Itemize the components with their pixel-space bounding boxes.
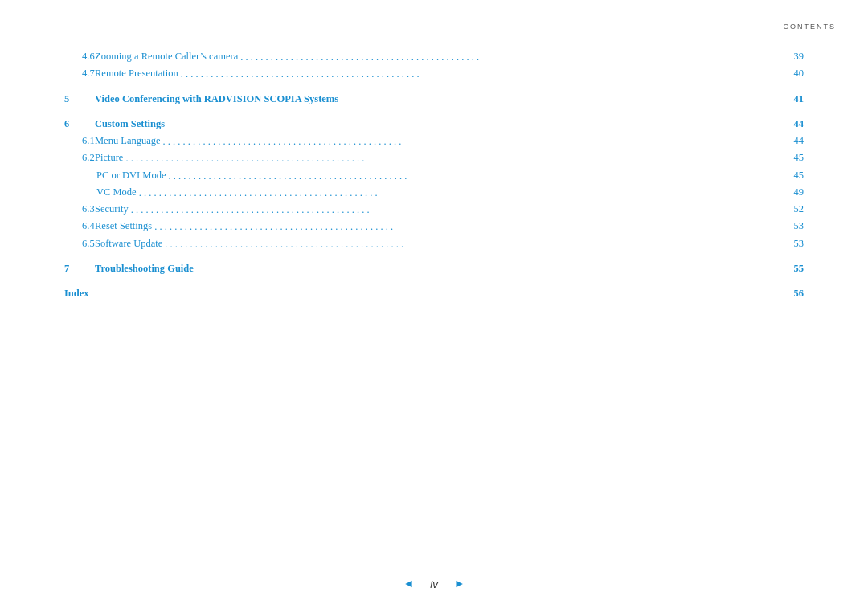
toc-entry-num: 6.3 xyxy=(64,201,95,218)
toc-row[interactable]: 6.1Menu Language . . . . . . . . . . . .… xyxy=(64,133,804,149)
toc-entry-page: 44 xyxy=(780,133,804,149)
toc-entry-title: Software Update xyxy=(95,235,162,252)
toc-row[interactable]: 6Custom Settings44 xyxy=(64,116,804,133)
toc-entry-dots: . . . . . . . . . . . . . . . . . . . . … xyxy=(139,185,777,202)
toc-entry-title: Security xyxy=(95,201,129,218)
toc-entry-dots: . . . . . . . . . . . . . . . . . . . . … xyxy=(181,66,777,83)
toc-entry-page: 41 xyxy=(780,91,804,108)
toc-entry-num: 7 xyxy=(64,260,95,277)
toc-entry-page: 52 xyxy=(780,201,804,218)
toc-entry-page: 53 xyxy=(780,218,804,235)
toc-row[interactable]: 6.5Software Update . . . . . . . . . . .… xyxy=(64,235,804,252)
toc-spacer xyxy=(64,108,804,116)
toc-list: 4.6Zooming a Remote Caller’s camera . . … xyxy=(64,48,804,302)
toc-entry-dots: . . . . . . . . . . . . . . . . . . . . … xyxy=(131,202,777,219)
toc-entry-dots: . . . . . . . . . . . . . . . . . . . . … xyxy=(168,168,777,185)
toc-entry-title: Reset Settings xyxy=(95,218,152,235)
toc-entry-page: 44 xyxy=(780,116,804,133)
toc-row[interactable]: 6.3Security . . . . . . . . . . . . . . … xyxy=(64,201,804,218)
toc-row[interactable]: 7Troubleshooting Guide55 xyxy=(64,260,804,277)
toc-row[interactable]: 4.7Remote Presentation . . . . . . . . .… xyxy=(64,65,804,82)
toc-entry-page: 40 xyxy=(780,65,804,82)
toc-entry-page: 55 xyxy=(780,260,804,277)
toc-spacer xyxy=(64,83,804,91)
toc-entry-title: Picture xyxy=(95,149,123,166)
toc-entry-dots: . . . . . . . . . . . . . . . . . . . . … xyxy=(165,236,777,253)
toc-spacer xyxy=(64,252,804,260)
toc-entry-num: 4.7 xyxy=(64,65,95,82)
toc-row[interactable]: 4.6Zooming a Remote Caller’s camera . . … xyxy=(64,48,804,65)
prev-page-button[interactable]: ◄ xyxy=(403,578,414,591)
page-number: iv xyxy=(430,578,437,591)
contents-label: CONTENTS xyxy=(784,22,837,31)
page-footer: ◄ iv ► xyxy=(0,578,868,591)
toc-entry-dots: . . . . . . . . . . . . . . . . . . . . … xyxy=(154,219,777,235)
toc-row[interactable]: 6.4Reset Settings . . . . . . . . . . . … xyxy=(64,218,804,235)
next-page-button[interactable]: ► xyxy=(454,578,465,591)
toc-entry-dots: . . . . . . . . . . . . . . . . . . . . … xyxy=(240,49,777,66)
toc-row[interactable]: PC or DVI Mode . . . . . . . . . . . . .… xyxy=(64,167,804,184)
toc-row[interactable]: VC Mode . . . . . . . . . . . . . . . . … xyxy=(64,184,804,201)
toc-entry-page: 45 xyxy=(780,149,804,166)
toc-entry-title: Menu Language xyxy=(95,133,161,149)
toc-row[interactable]: 6.2Picture . . . . . . . . . . . . . . .… xyxy=(64,149,804,166)
toc-entry-num: 6 xyxy=(64,116,95,133)
toc-entry-num: 5 xyxy=(64,91,95,108)
toc-entry-num: 6.5 xyxy=(64,235,95,252)
toc-entry-title: PC or DVI Mode xyxy=(96,167,166,184)
toc-entry-page: 39 xyxy=(780,48,804,65)
toc-entry-title: Custom Settings xyxy=(95,116,165,133)
toc-entry-title: Troubleshooting Guide xyxy=(95,260,194,277)
toc-entry-num: 4.6 xyxy=(64,48,95,65)
toc-entry-page: 49 xyxy=(780,184,804,201)
toc-entry-num: 6.1 xyxy=(64,133,95,149)
toc-entry-page: 45 xyxy=(780,167,804,184)
toc-row[interactable]: 5Video Conferencing with RADVISION SCOPI… xyxy=(64,91,804,108)
toc-entry-page: 56 xyxy=(780,285,804,302)
toc-container: 4.6Zooming a Remote Caller’s camera . . … xyxy=(64,48,804,302)
toc-entry-title: VC Mode xyxy=(96,184,137,201)
toc-row[interactable]: Index56 xyxy=(64,285,804,302)
toc-entry-num: 6.4 xyxy=(64,218,95,235)
toc-entry-dots: . . . . . . . . . . . . . . . . . . . . … xyxy=(163,133,777,150)
toc-entry-dots: . . . . . . . . . . . . . . . . . . . . … xyxy=(125,150,777,167)
toc-entry-title: Remote Presentation xyxy=(95,65,178,82)
toc-entry-num: Index xyxy=(64,285,95,302)
toc-entry-title: Video Conferencing with RADVISION SCOPIA… xyxy=(95,91,338,108)
toc-entry-page: 53 xyxy=(780,235,804,252)
toc-entry-title: Zooming a Remote Caller’s camera xyxy=(95,48,238,65)
toc-spacer xyxy=(64,277,804,285)
toc-entry-num: 6.2 xyxy=(64,149,95,166)
